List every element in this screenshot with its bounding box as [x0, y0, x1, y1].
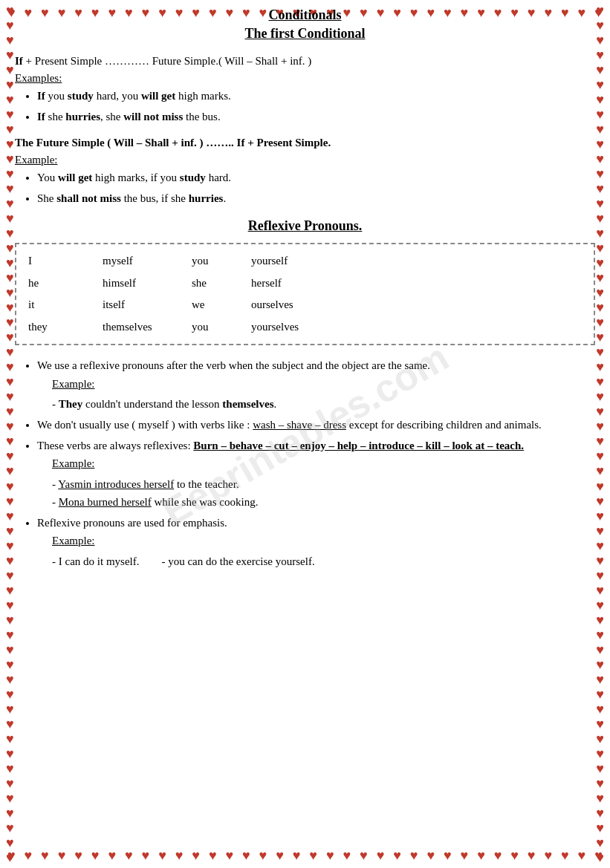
- themselves-bold: themselves: [222, 398, 273, 410]
- if-bold-2: If: [37, 111, 45, 123]
- list-item: If she hurries, she will not miss the bu…: [37, 108, 595, 125]
- list-item: Reflexive pronouns are used for emphasis…: [37, 515, 595, 570]
- two-col-example: - I can do it myself. - you can do the e…: [52, 552, 595, 570]
- pronoun-you: you: [192, 252, 251, 271]
- pronoun-he: he: [28, 274, 103, 293]
- examples-label-1: Examples:: [15, 72, 595, 85]
- pronoun-we: we: [192, 296, 251, 315]
- formula-line-1: If + Present Simple ………… Future Simple.(…: [15, 55, 595, 68]
- pronoun-she: she: [192, 274, 251, 293]
- formula-text-1: If + Present Simple ………… Future Simple.(…: [15, 55, 311, 67]
- page-content: Conditionals The first Conditional If + …: [0, 0, 610, 590]
- list-item: If you study hard, you will get high mar…: [37, 88, 595, 105]
- they-bold: They: [59, 398, 83, 410]
- study-bold: study: [68, 90, 94, 102]
- sub-title: The first Conditional: [15, 26, 595, 42]
- main-title: Conditionals: [15, 7, 595, 23]
- mona-example: Mona burned herself: [59, 496, 152, 508]
- formula-line-2: The Future Simple ( Will – Shall + inf. …: [15, 137, 595, 149]
- example-label-5: Example:: [52, 532, 595, 549]
- will-get-bold: will get: [141, 90, 175, 102]
- example-col1: - I can do it myself.: [52, 552, 139, 570]
- reflexive-bullet-list: We use a reflexive pronouns after the ve…: [15, 357, 595, 570]
- future-simple-section: The Future Simple ( Will – Shall + inf. …: [15, 137, 595, 206]
- hearts-bottom: ♥♥♥♥♥♥♥♥♥♥♥♥♥♥♥♥♥♥♥♥♥♥♥♥♥♥♥♥♥♥♥♥♥♥♥♥: [0, 846, 610, 865]
- pronoun-it: it: [28, 296, 103, 315]
- will-get-2: will get: [58, 172, 92, 183]
- pronoun-table: I myself you yourself he himself she her…: [15, 243, 595, 345]
- list-item: She shall not miss the bus, if she hurri…: [37, 190, 595, 207]
- example-line-1: - They couldn't understand the lesson th…: [52, 395, 595, 413]
- formula-text-2: The Future Simple ( Will – Shall + inf. …: [15, 137, 331, 149]
- first-conditional-section: If + Present Simple ………… Future Simple.(…: [15, 55, 595, 125]
- pronoun-they: they: [28, 318, 103, 337]
- example-label-3: Example:: [52, 376, 595, 393]
- reflexive-yourselves: yourselves: [251, 318, 340, 337]
- pronoun-grid: I myself you yourself he himself she her…: [28, 252, 582, 336]
- list-item: You will get high marks, if you study ha…: [37, 169, 595, 186]
- list-item: These verbs are always reflexives: Burn …: [37, 437, 595, 511]
- shall-not-miss: shall not miss: [56, 192, 121, 204]
- reflexive-verbs-list: Burn – behave – cut – enjoy – help – int…: [193, 440, 524, 451]
- example-col2: - you can do the exercise yourself.: [161, 552, 314, 570]
- reflexive-herself: herself: [251, 274, 340, 293]
- list-item: We use a reflexive pronouns after the ve…: [37, 357, 595, 413]
- example-block-3: Example: - I can do it myself. - you can…: [37, 532, 595, 570]
- reflexive-yourself: yourself: [251, 252, 340, 271]
- reflexive-title: Reflexive Pronouns.: [15, 218, 595, 234]
- example-label-2: Example:: [15, 154, 595, 166]
- first-conditional-examples: If you study hard, you will get high mar…: [15, 88, 595, 125]
- reflexive-itself: itself: [103, 296, 192, 315]
- list-item: We don't usually use ( myself ) with ver…: [37, 417, 595, 434]
- reflexive-himself: himself: [103, 274, 192, 293]
- study-2: study: [180, 172, 206, 183]
- pronoun-you2: you: [192, 318, 251, 337]
- pronoun-i: I: [28, 252, 103, 271]
- reflexive-myself: myself: [103, 252, 192, 271]
- will-not-miss-bold: will not miss: [123, 111, 183, 123]
- example-block-2: Example: - Yasmin introduces herself to …: [37, 455, 595, 511]
- yasmin-example: Yasmin introduces herself: [58, 478, 174, 490]
- hurries-2: hurries: [189, 192, 224, 204]
- reflexive-pronouns-section: Reflexive Pronouns. I myself you yoursel…: [15, 218, 595, 570]
- example-label-4: Example:: [52, 455, 595, 472]
- hurries-bold: hurries: [65, 111, 100, 123]
- future-simple-examples: You will get high marks, if you study ha…: [15, 169, 595, 206]
- example-line-2: - Yasmin introduces herself to the teach…: [52, 475, 595, 493]
- example-line-3: - Mona burned herself while she was cook…: [52, 493, 595, 511]
- reflexive-themselves: themselves: [103, 318, 192, 337]
- reflexive-ourselves: ourselves: [251, 296, 340, 315]
- example-block-1: Example: - They couldn't understand the …: [37, 376, 595, 414]
- if-bold: If: [37, 90, 45, 102]
- wash-shave-underline: wash – shave – dress: [253, 419, 346, 431]
